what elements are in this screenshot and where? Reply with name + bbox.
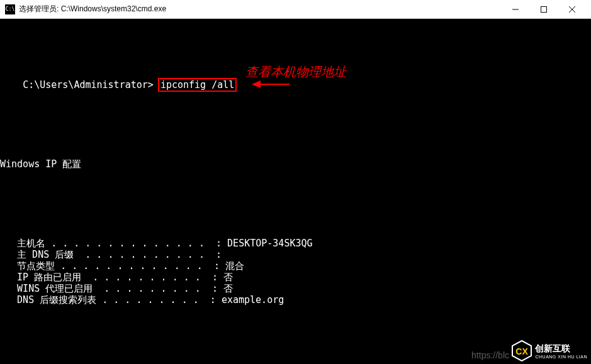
separator: :	[210, 249, 227, 260]
line-label: 主机名	[0, 238, 51, 249]
cmd-icon: C:\	[5, 4, 15, 14]
output-line: 主机名 . . . . . . . . . . . . . . : DESKTO…	[0, 238, 591, 249]
window-titlebar: C:\ 选择管理员: C:\Windows\system32\cmd.exe	[0, 0, 591, 19]
output-line: 主 DNS 后缀 . . . . . . . . . . . :	[0, 249, 591, 260]
watermark-logo: CX 创新互联 CHUANG XIN HU LIAN	[511, 340, 587, 361]
line-label: DNS 后缀搜索列表	[0, 294, 102, 306]
line-label: IP 路由已启用	[0, 272, 87, 283]
command-annotation: 查看本机物理地址	[245, 66, 346, 77]
separator: :	[206, 283, 223, 294]
watermark-url: https://blc	[471, 350, 509, 360]
dot-leader: . . . . . . . . . . .	[79, 249, 210, 260]
line-value: 混合	[225, 260, 244, 272]
terminal-output[interactable]: C:\Users\Administrator> ipconfig /all 查看…	[0, 19, 591, 364]
maximize-button[interactable]	[529, 0, 558, 19]
separator: :	[208, 260, 225, 272]
line-label: 主 DNS 后缀	[0, 249, 79, 260]
prompt-path: C:\Users\Administrator>	[23, 79, 154, 91]
svg-text:CX: CX	[516, 346, 529, 356]
logo-hex-icon: CX	[511, 340, 532, 361]
separator: :	[210, 238, 227, 249]
line-value: DESKTOP-34SK3QG	[227, 238, 312, 249]
watermark-brand-cn: 创新互联	[535, 343, 587, 355]
dot-leader: . . . . . . . . . . . . . .	[51, 238, 210, 249]
output-line: IP 路由已启用 . . . . . . . . . . : 否	[0, 272, 591, 283]
dot-leader: . . . . . . . . . .	[87, 272, 206, 283]
window-title: 选择管理员: C:\Windows\system32\cmd.exe	[19, 4, 166, 14]
dot-leader: . . . . . . . . .	[102, 294, 205, 306]
close-button[interactable]	[558, 0, 586, 19]
dot-leader: . . . . . . . . .	[98, 283, 206, 294]
line-value: 否	[223, 272, 233, 283]
line-label: 节点类型	[0, 260, 60, 272]
line-value: example.org	[222, 294, 284, 306]
separator: :	[205, 294, 222, 306]
line-value: 否	[223, 283, 233, 294]
prompt-row: C:\Users\Administrator> ipconfig /all 查看…	[0, 68, 591, 79]
dot-leader: . . . . . . . . . . . . .	[60, 260, 208, 272]
svg-rect-1	[541, 6, 546, 12]
output-line: DNS 后缀搜索列表 . . . . . . . . . : example.o…	[0, 294, 591, 306]
separator: :	[206, 272, 223, 283]
watermark-brand-en: CHUANG XIN HU LIAN	[535, 355, 587, 359]
output-line: 节点类型 . . . . . . . . . . . . . : 混合	[0, 260, 591, 272]
output-line: WINS 代理已启用 . . . . . . . . . : 否	[0, 283, 591, 294]
minimize-button[interactable]	[501, 0, 529, 19]
svg-marker-5	[252, 80, 261, 88]
line-label: WINS 代理已启用	[0, 283, 98, 294]
section-header-ipconfig: Windows IP 配置	[0, 158, 591, 170]
